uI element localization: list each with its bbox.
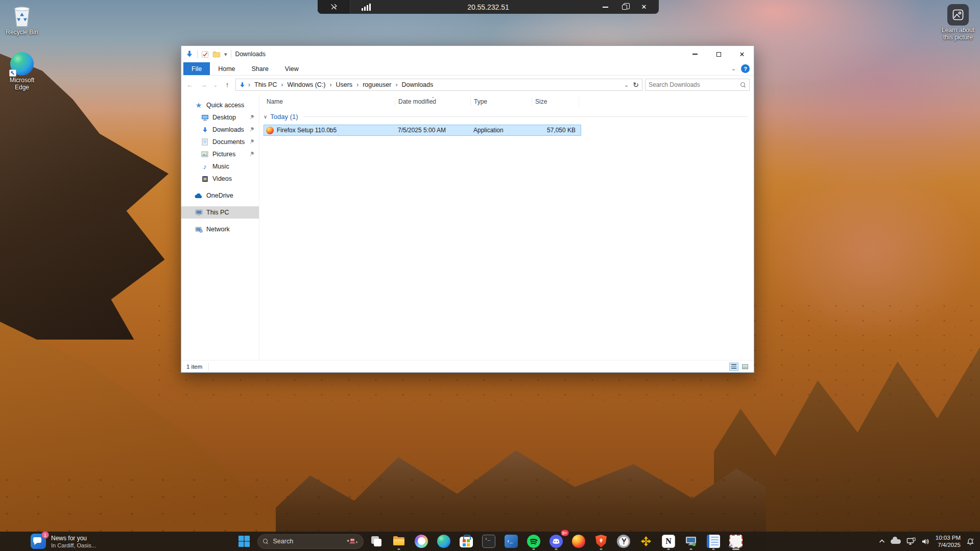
breadcrumb-chevron[interactable]: › [329,81,332,88]
volume-tray-button[interactable] [921,538,930,545]
taskbar-app-snipping-tool[interactable]: ✂ [727,532,746,551]
rdp-minimize-button[interactable] [597,2,613,13]
collapse-group-chevron[interactable]: ∨ [264,114,267,119]
taskbar-app-brave[interactable] [592,532,611,551]
onedrive-cloud-icon [891,539,901,544]
notion-icon: N [662,535,675,548]
sidebar-item-quick-access[interactable]: ★ Quick access [181,99,259,111]
expand-ribbon-chevron[interactable]: ⌄ [731,65,736,72]
sidebar-item-desktop[interactable]: Desktop [181,111,259,124]
taskbar-app-spotify[interactable] [524,532,543,551]
breadcrumb-downloads[interactable]: Downloads [399,81,436,88]
large-icons-view-button[interactable] [740,363,750,371]
music-note-icon: ♪ [201,162,209,171]
taskbar-app-task-view[interactable] [367,532,386,551]
taskbar-app-discord[interactable]: 9+ [547,532,566,551]
recent-locations-chevron[interactable]: ⌄ [212,82,219,88]
column-header-size[interactable]: Size [532,97,579,106]
properties-check-icon[interactable] [201,51,209,58]
forward-button[interactable]: → [198,81,209,89]
taskbar-app-remote-desktop[interactable] [682,532,701,551]
breadcrumb-this-pc[interactable]: This PC [252,81,279,88]
sidebar-item-videos[interactable]: Videos [181,173,259,185]
network-tray-button[interactable] [906,537,916,545]
sidebar-item-documents[interactable]: Documents [181,136,259,148]
taskbar: 1 News for you In Cardiff, Oasis... Sear… [0,532,980,551]
recycle-bin-icon [12,5,32,28]
window-close-button[interactable]: ✕ [730,46,754,62]
desktop-icon-recycle-bin[interactable]: Recycle Bin [0,5,44,36]
tab-home[interactable]: Home [210,62,243,75]
sidebar-item-this-pc[interactable]: This PC [181,206,259,219]
sidebar-item-pictures[interactable]: Pictures [181,148,259,160]
sidebar-item-network[interactable]: Network [181,223,259,235]
rdp-close-button[interactable]: ✕ [636,2,652,13]
taskbar-app-file-explorer[interactable] [390,532,409,551]
new-folder-icon[interactable] [212,51,221,58]
desktop-icon-microsoft-edge[interactable]: Microsoft Edge [0,52,44,91]
breadcrumb-windows-c[interactable]: Windows (C:) [284,81,328,88]
desktop-icon-label: Recycle Bin [6,29,38,36]
taskbar-app-clock[interactable] [614,532,633,551]
breadcrumb-chevron[interactable]: › [280,81,283,88]
status-bar: 1 item [181,360,754,372]
task-view-icon [370,535,383,548]
taskbar-app-notepad[interactable] [704,532,723,551]
sidebar-item-onedrive[interactable]: OneDrive [181,189,259,202]
help-button[interactable]: ? [741,64,750,73]
wallpaper-pebbles-foreground [0,475,980,536]
tab-share[interactable]: Share [244,62,277,75]
search-icon[interactable] [740,82,746,88]
file-row-firefox-setup[interactable]: Firefox Setup 110.0b5 7/5/2025 5:00 AM A… [264,125,581,136]
up-button[interactable]: ↑ [222,81,233,89]
microsoft-store-icon [460,537,473,547]
tray-overflow-button[interactable] [879,539,885,543]
minimize-icon [603,7,608,8]
desktop-icon-learn-about-picture[interactable]: Learn about this picture [939,4,977,41]
rdp-restore-button[interactable] [617,2,632,13]
window-minimize-button[interactable] [683,46,707,62]
separator [197,50,198,58]
breadcrumb-users[interactable]: Users [333,81,355,88]
search-box[interactable] [645,79,750,91]
previous-locations-chevron[interactable]: ⌄ [624,82,629,88]
notification-bell-button[interactable]: z [966,537,975,546]
tab-file[interactable]: File [183,62,210,75]
qat-customize-chevron[interactable]: ▾ [224,51,227,58]
tab-view[interactable]: View [277,62,307,75]
search-input[interactable] [649,81,738,88]
onedrive-tray-button[interactable] [891,539,901,544]
details-view-button[interactable] [729,363,738,371]
back-button[interactable]: ← [184,81,196,89]
sidebar-item-music[interactable]: ♪ Music [181,160,259,173]
tray-date: 7/4/2025 [936,541,961,548]
breadcrumb-chevron[interactable]: › [395,81,398,88]
taskbar-app-edge[interactable] [435,532,453,551]
column-header-type[interactable]: Type [471,97,532,106]
taskbar-app-powershell[interactable]: ›_ [502,532,521,551]
taskbar-app-yellow-arrows[interactable] [637,532,656,551]
refresh-icon[interactable]: ↻ [633,81,639,89]
widgets-news-button[interactable]: 1 News for you In Cardiff, Oasis... [27,532,100,551]
remote-desktop-icon [684,535,698,548]
breadcrumb-chevron[interactable]: › [248,81,251,88]
taskbar-app-firefox[interactable] [569,532,588,551]
taskbar-app-notion[interactable]: N [659,532,678,551]
breadcrumb-rogueuser[interactable]: rogueuser [360,81,394,88]
file-type: Application [470,127,532,134]
group-header-today[interactable]: ∨ Today (1) [264,110,750,123]
taskbar-app-microsoft-store[interactable] [457,532,476,551]
clock-date-display[interactable]: 10:03 PM 7/4/2025 [936,534,961,549]
window-maximize-button[interactable] [707,46,730,62]
sidebar-item-downloads[interactable]: Downloads [181,124,259,136]
breadcrumb-chevron[interactable]: › [356,81,359,88]
start-button[interactable] [235,532,254,551]
column-header-name[interactable]: Name [264,97,395,106]
downloads-folder-icon [185,50,194,58]
column-header-date-modified[interactable]: ⌄ Date modified [395,97,471,106]
taskbar-search-box[interactable]: Search [257,534,364,549]
windows-logo-icon [238,535,250,547]
taskbar-app-command-prompt[interactable]: ›_ [480,532,498,551]
taskbar-app-copilot[interactable] [412,532,431,551]
address-bar[interactable]: › This PC › Windows (C:) › Users › rogue… [235,79,642,91]
